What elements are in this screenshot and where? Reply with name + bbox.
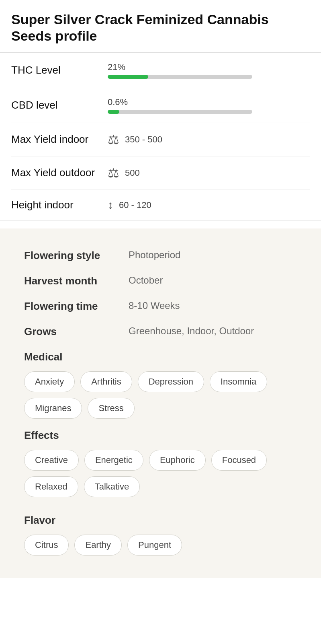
page-title: Super Silver Crack Feminized Cannabis Se… <box>11 11 310 44</box>
effects-tag: Focused <box>211 450 267 471</box>
effects-tag: Energetic <box>84 450 143 471</box>
medical-section: Medical AnxietyArthritisDepressionInsomn… <box>24 344 297 423</box>
metrics-section: THC Level 21% CBD level 0.6% Max Yield i… <box>0 53 321 221</box>
height-indoor-row: Height indoor ↕ 60 - 120 <box>11 190 310 220</box>
details-section: Flowering style Photoperiod Harvest mont… <box>0 228 321 578</box>
page-header: Super Silver Crack Feminized Cannabis Se… <box>0 0 321 53</box>
yield-indoor-row: Max Yield indoor ⚖ 350 - 500 <box>11 123 310 156</box>
flavor-tags: CitrusEarthyPungent <box>24 532 297 560</box>
effects-heading: Effects <box>24 423 297 447</box>
yield-outdoor-value-group: ⚖ 500 <box>108 165 140 181</box>
height-indoor-value: 60 - 120 <box>119 200 151 210</box>
thc-bar-track <box>108 75 252 79</box>
harvest-month-row: Harvest month October <box>24 268 297 294</box>
medical-tag: Depression <box>138 371 204 392</box>
flowering-style-label: Flowering style <box>24 249 117 262</box>
effects-tag: Euphoric <box>149 450 206 471</box>
flavor-section: Flavor CitrusEarthyPungent <box>24 501 297 564</box>
medical-tag: Migranes <box>24 398 82 419</box>
medical-tag: Stress <box>88 398 134 419</box>
grows-value: Greenhouse, Indoor, Outdoor <box>129 325 254 337</box>
flowering-style-value: Photoperiod <box>129 249 180 261</box>
grows-row: Grows Greenhouse, Indoor, Outdoor <box>24 319 297 344</box>
flowering-time-label: Flowering time <box>24 300 117 313</box>
cbd-value: 0.6% <box>108 97 310 107</box>
flowering-style-row: Flowering style Photoperiod <box>24 243 297 268</box>
thc-value: 21% <box>108 62 310 72</box>
updown-arrow-icon: ↕ <box>108 199 113 212</box>
yield-indoor-value: 350 - 500 <box>125 134 162 145</box>
harvest-month-label: Harvest month <box>24 275 117 287</box>
flowering-time-row: Flowering time 8-10 Weeks <box>24 294 297 319</box>
cbd-bar-track <box>108 110 252 114</box>
cbd-bar-container: 0.6% <box>108 97 310 114</box>
thc-bar-fill <box>108 75 148 79</box>
cbd-label: CBD level <box>11 99 100 111</box>
cbd-bar-fill <box>108 110 119 114</box>
flavor-tag: Earthy <box>74 535 122 556</box>
medical-tag: Anxiety <box>24 371 75 392</box>
flavor-tag: Citrus <box>24 535 69 556</box>
harvest-month-value: October <box>129 275 163 286</box>
medical-heading: Medical <box>24 344 297 369</box>
yield-indoor-value-group: ⚖ 350 - 500 <box>108 132 162 147</box>
flowering-time-value: 8-10 Weeks <box>129 300 180 311</box>
flavor-heading: Flavor <box>24 508 297 532</box>
yield-indoor-label: Max Yield indoor <box>11 133 100 146</box>
effects-tag: Creative <box>24 450 79 471</box>
thc-row: THC Level 21% <box>11 53 310 88</box>
yield-outdoor-row: Max Yield outdoor ⚖ 500 <box>11 156 310 190</box>
height-indoor-value-group: ↕ 60 - 120 <box>108 199 151 212</box>
effects-tag: Talkative <box>84 476 140 497</box>
effects-tags: CreativeEnergeticEuphoricFocusedRelaxedT… <box>24 447 297 501</box>
medical-tag: Arthritis <box>80 371 132 392</box>
cbd-row: CBD level 0.6% <box>11 88 310 123</box>
yield-outdoor-value: 500 <box>125 168 140 178</box>
effects-tag: Relaxed <box>24 476 78 497</box>
medical-tags: AnxietyArthritisDepressionInsomniaMigran… <box>24 369 297 423</box>
thc-bar-container: 21% <box>108 62 310 79</box>
yield-outdoor-label: Max Yield outdoor <box>11 167 100 179</box>
grows-label: Grows <box>24 325 117 338</box>
scale-icon-indoor: ⚖ <box>108 132 119 147</box>
height-indoor-label: Height indoor <box>11 199 100 211</box>
thc-label: THC Level <box>11 64 100 76</box>
scale-icon-outdoor: ⚖ <box>108 165 119 181</box>
medical-tag: Insomnia <box>210 371 267 392</box>
effects-section: Effects CreativeEnergeticEuphoricFocused… <box>24 423 297 501</box>
flavor-tag: Pungent <box>127 535 182 556</box>
